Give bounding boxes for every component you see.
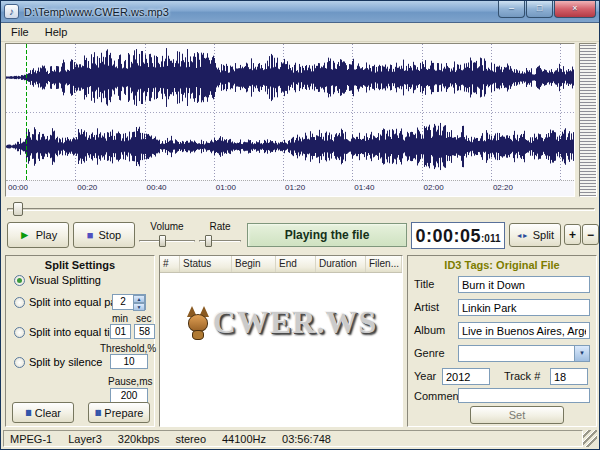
resize-grip[interactable] xyxy=(583,430,597,447)
time-main: 0:00:05 xyxy=(415,227,481,245)
clear-button[interactable]: ▮▮ Clear xyxy=(12,402,74,423)
watermark: CWER.WS xyxy=(160,304,402,341)
seek-slider[interactable] xyxy=(5,201,597,217)
rate-thumb[interactable] xyxy=(205,235,212,247)
year-label: Year xyxy=(414,370,436,382)
window-title: D:\Temp\www.CWER.ws.mp3 xyxy=(24,6,497,18)
radio-icon[interactable] xyxy=(14,327,25,338)
radio-icon[interactable] xyxy=(14,275,25,286)
stop-button[interactable]: ■ Stop xyxy=(73,222,135,248)
column-begin[interactable]: Begin xyxy=(232,256,276,272)
split-icon: ◄► xyxy=(516,232,528,239)
column-number[interactable]: # xyxy=(160,256,180,272)
time-label: 00:20 xyxy=(75,183,97,192)
radio-label: Split by silence xyxy=(29,356,102,368)
time-label: 02:20 xyxy=(491,183,513,192)
id3-panel: ID3 Tags: Original File Title Artist Alb… xyxy=(407,255,597,427)
play-label: Play xyxy=(36,229,57,241)
time-milliseconds: :011 xyxy=(481,233,500,245)
track-label: Track # xyxy=(504,370,540,382)
radio-split-by-silence[interactable]: Split by silence xyxy=(14,356,102,368)
year-field[interactable] xyxy=(442,368,490,385)
prepare-label: Prepare xyxy=(104,407,143,419)
set-button[interactable]: Set xyxy=(470,406,564,424)
close-button[interactable]: × xyxy=(554,1,596,18)
column-end[interactable]: End xyxy=(276,256,316,272)
artist-label: Artist xyxy=(414,301,439,313)
spin-up-icon[interactable]: ▲ xyxy=(133,295,145,303)
time-label: 01:00 xyxy=(214,183,236,192)
zoom-in-button[interactable]: + xyxy=(564,224,581,245)
status-format: MPEG-1 xyxy=(10,433,52,445)
seconds-field[interactable] xyxy=(134,324,155,339)
radio-icon[interactable] xyxy=(14,297,25,308)
menu-bar: File Help xyxy=(1,23,599,42)
chevron-down-icon[interactable]: ▼ xyxy=(574,346,589,361)
list-header: # Status Begin End Duration Filen... xyxy=(160,256,402,273)
title-field[interactable] xyxy=(458,276,590,293)
seek-thumb[interactable] xyxy=(13,202,23,216)
menu-file[interactable]: File xyxy=(3,24,37,40)
time-label: 00:40 xyxy=(145,183,167,192)
column-filename[interactable]: Filen... xyxy=(366,256,402,272)
id3-title: ID3 Tags: Original File xyxy=(408,259,596,271)
column-duration[interactable]: Duration xyxy=(316,256,366,272)
waveform-display[interactable]: 00:00 00:20 00:40 01:00 01:20 01:40 02:0… xyxy=(5,43,575,197)
minutes-field[interactable] xyxy=(110,324,131,339)
volume-groove xyxy=(139,240,195,242)
split-button[interactable]: ◄► Split xyxy=(509,223,561,247)
playback-status: Playing the file xyxy=(247,223,407,247)
time-display: 0:00:05 :011 xyxy=(411,222,505,249)
watermark-text: CWER.WS xyxy=(213,304,377,341)
split-settings-panel: Split Settings Visual Splitting Split in… xyxy=(5,255,155,427)
artist-field[interactable] xyxy=(458,299,590,316)
time-ruler: 00:00 00:20 00:40 01:00 01:20 01:40 02:0… xyxy=(6,180,574,196)
comment-field[interactable] xyxy=(458,388,590,403)
play-icon: ► xyxy=(19,229,31,241)
volume-slider[interactable] xyxy=(139,234,195,248)
window-controls: – □ × xyxy=(497,1,596,18)
status-samplerate: 44100Hz xyxy=(222,433,266,445)
min-label: min xyxy=(112,313,128,324)
app-icon: ♪ xyxy=(4,4,19,19)
equal-parts-value[interactable]: 2 xyxy=(113,295,133,309)
rate-label: Rate xyxy=(199,221,241,232)
volume-thumb[interactable] xyxy=(159,235,166,247)
sec-label: sec xyxy=(136,313,152,324)
radio-visual-splitting[interactable]: Visual Splitting xyxy=(14,274,101,286)
segment-list[interactable]: # Status Begin End Duration Filen... CWE… xyxy=(159,255,403,427)
menu-help[interactable]: Help xyxy=(37,24,76,40)
time-label: 01:40 xyxy=(352,183,374,192)
pause-field[interactable] xyxy=(110,388,148,403)
time-label: 01:20 xyxy=(283,183,305,192)
split-label: Split xyxy=(533,229,554,241)
maximize-button[interactable]: □ xyxy=(526,1,553,18)
radio-equal-time[interactable]: Split into equal time xyxy=(14,326,125,338)
split-settings-title: Split Settings xyxy=(6,259,154,271)
radio-icon[interactable] xyxy=(14,357,25,368)
genre-dropdown[interactable]: ▼ xyxy=(458,345,590,362)
track-field[interactable] xyxy=(550,368,588,385)
level-meter[interactable] xyxy=(579,43,597,197)
prepare-button[interactable]: ▮▮ Prepare xyxy=(88,402,150,423)
comment-label: Comment xyxy=(414,390,462,402)
album-label: Album xyxy=(414,324,445,336)
waveform-canvas[interactable] xyxy=(6,44,574,180)
play-button[interactable]: ► Play xyxy=(7,222,69,248)
watermark-mascot-icon xyxy=(185,306,211,340)
equal-parts-spinner[interactable]: 2 ▲ ▼ xyxy=(112,294,146,310)
radio-label: Visual Splitting xyxy=(29,274,101,286)
minimize-button[interactable]: – xyxy=(498,1,525,18)
spin-down-icon[interactable]: ▼ xyxy=(133,303,145,311)
genre-value xyxy=(459,353,574,355)
rate-slider[interactable] xyxy=(199,234,241,248)
status-layer: Layer3 xyxy=(68,433,102,445)
app-window: ♪ D:\Temp\www.CWER.ws.mp3 – □ × File Hel… xyxy=(0,0,600,450)
threshold-field[interactable] xyxy=(110,354,148,369)
transport-controls: ► Play ■ Stop Volume Rate Playing the fi… xyxy=(1,221,599,251)
column-status[interactable]: Status xyxy=(180,256,232,272)
prepare-icon: ▮▮ xyxy=(95,408,100,417)
zoom-out-button[interactable]: − xyxy=(582,224,599,245)
album-field[interactable] xyxy=(458,322,590,339)
status-duration: 03:56:748 xyxy=(282,433,331,445)
